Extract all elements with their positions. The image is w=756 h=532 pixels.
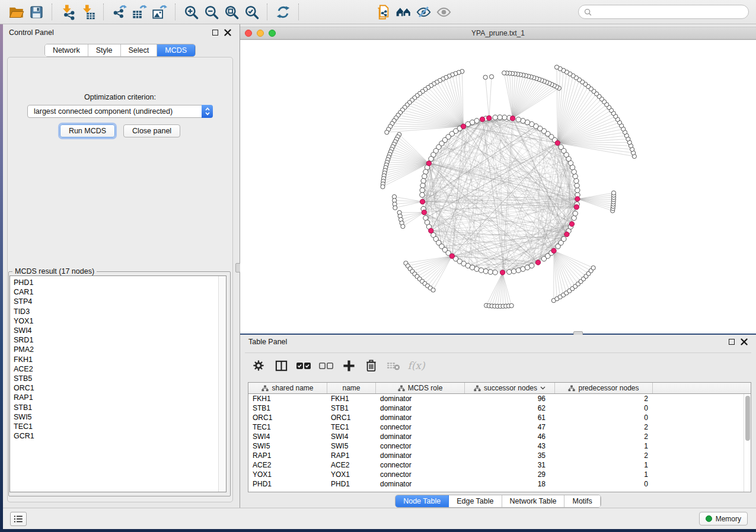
table-row[interactable]: TEC1 TEC1 connector 47 2 xyxy=(248,422,751,432)
cell-shared-name: ORC1 xyxy=(248,414,327,422)
column-header[interactable]: successor nodes xyxy=(465,383,555,393)
table-panel-header: Table Panel xyxy=(240,335,756,349)
table-row[interactable]: SWI5 SWI5 connector 43 1 xyxy=(248,441,751,451)
network-window-titlebar[interactable]: YPA_prune.txt_1 xyxy=(240,27,756,40)
table-row[interactable]: FKH1 FKH1 dominator 96 2 xyxy=(248,394,751,403)
float-table-panel-icon[interactable] xyxy=(729,339,735,345)
mcds-result-item[interactable]: FKH1 xyxy=(10,355,226,364)
search-input[interactable] xyxy=(592,8,744,16)
table-row[interactable]: ACE2 ACE2 connector 31 1 xyxy=(248,460,751,470)
network-graph xyxy=(240,40,756,334)
task-history-button[interactable] xyxy=(10,512,27,526)
status-bar: Memory xyxy=(3,508,756,529)
clone-network-icon[interactable] xyxy=(374,3,392,21)
criterion-dropdown[interactable]: largest connected component (undirected) xyxy=(27,105,213,118)
cell-name: ACE2 xyxy=(327,461,376,469)
delete-column-trash-icon[interactable] xyxy=(362,357,380,374)
cell-predecessor-nodes: 1 xyxy=(555,442,653,450)
table-tab[interactable]: Edge Table xyxy=(449,495,502,507)
mcds-result-item[interactable]: PHD1 xyxy=(10,278,226,287)
control-panel-tab[interactable]: Style xyxy=(88,44,121,56)
table-row[interactable]: RAP1 RAP1 dominator 35 2 xyxy=(248,451,751,460)
zoom-in-icon[interactable] xyxy=(182,3,200,21)
table-tab[interactable]: Network Table xyxy=(502,495,565,507)
control-panel-tab[interactable]: MCDS xyxy=(157,44,195,56)
save-session-icon[interactable] xyxy=(27,3,45,21)
mcds-result-item[interactable]: TID3 xyxy=(10,307,226,316)
mcds-result-item[interactable]: ACE2 xyxy=(10,364,226,374)
table-tab[interactable]: Node Table xyxy=(395,495,449,507)
mcds-result-item[interactable]: YOX1 xyxy=(10,316,226,326)
apply-layout-icon[interactable] xyxy=(274,3,292,21)
show-all-eye-icon[interactable] xyxy=(435,3,452,21)
split-view-icon[interactable] xyxy=(272,357,290,374)
mcds-result-item[interactable]: STB5 xyxy=(10,374,226,383)
network-window-title: YPA_prune.txt_1 xyxy=(240,29,756,37)
close-panel-button[interactable]: Close panel xyxy=(123,124,180,137)
mcds-result-item[interactable]: GCR1 xyxy=(10,431,226,441)
column-header[interactable]: MCDS role xyxy=(376,383,465,393)
export-image-icon[interactable] xyxy=(151,3,168,21)
search-icon xyxy=(583,8,592,17)
table-row[interactable]: YOX1 YOX1 connector 29 1 xyxy=(248,470,751,479)
deselect-all-icon[interactable] xyxy=(317,357,335,374)
cell-successor-nodes: 18 xyxy=(465,480,555,488)
mcds-result-item[interactable]: CAR1 xyxy=(10,287,226,297)
network-canvas[interactable] xyxy=(240,40,756,334)
column-header[interactable]: name xyxy=(327,383,376,393)
mcds-list-scrollbar[interactable] xyxy=(218,276,226,492)
import-network-icon[interactable] xyxy=(59,3,76,21)
export-network-icon[interactable] xyxy=(110,3,128,21)
export-table-icon[interactable] xyxy=(130,3,148,21)
table-row[interactable]: ORC1 ORC1 dominator 61 0 xyxy=(248,413,751,422)
table-row[interactable]: SWI4 SWI4 dominator 46 2 xyxy=(248,432,751,441)
cell-successor-nodes: 62 xyxy=(465,404,555,412)
cell-name: YOX1 xyxy=(327,470,376,479)
cell-successor-nodes: 43 xyxy=(465,442,555,450)
table-header-row: shared name name xyxy=(248,383,751,394)
run-mcds-button[interactable]: Run MCDS xyxy=(60,124,115,137)
mcds-result-item[interactable]: STB1 xyxy=(10,403,226,412)
mcds-result-item[interactable]: SRD1 xyxy=(10,335,226,345)
houses-icon[interactable] xyxy=(394,3,412,21)
table-scrollbar-thumb[interactable] xyxy=(745,396,750,441)
open-session-icon[interactable] xyxy=(7,3,25,21)
table-scrollbar[interactable] xyxy=(744,394,751,492)
zoom-selected-icon[interactable] xyxy=(243,3,260,21)
table-row[interactable]: STB1 STB1 dominator 62 0 xyxy=(248,403,751,413)
select-all-icon[interactable] xyxy=(295,357,312,374)
import-table-icon[interactable] xyxy=(79,3,97,21)
mcds-result-item[interactable]: STP4 xyxy=(10,297,226,306)
mcds-result-list: PHD1CAR1STP4TID3YOX1SWI4SRD1PMA2FKH1ACE2… xyxy=(9,275,227,492)
close-table-panel-icon[interactable] xyxy=(741,338,748,345)
cell-name: PHD1 xyxy=(327,480,376,488)
control-panel-tab[interactable]: Network xyxy=(45,44,88,56)
mcds-result-item[interactable]: RAP1 xyxy=(10,393,226,402)
control-panel-tabs: NetworkStyleSelectMCDS xyxy=(44,44,196,57)
mcds-result-item[interactable]: PMA2 xyxy=(10,345,226,354)
shared-column-icon xyxy=(568,385,575,392)
control-panel-tab[interactable]: Select xyxy=(121,44,158,56)
float-panel-icon[interactable] xyxy=(212,30,218,36)
mcds-result-item[interactable]: ORC1 xyxy=(10,383,226,393)
close-panel-icon[interactable] xyxy=(224,29,231,36)
zoom-fit-icon[interactable] xyxy=(222,3,240,21)
column-header[interactable]: predecessor nodes xyxy=(555,383,653,393)
add-column-icon[interactable] xyxy=(340,357,358,374)
cell-successor-nodes: 46 xyxy=(465,432,555,441)
memory-button[interactable]: Memory xyxy=(699,512,748,525)
table-row[interactable]: PHD1 PHD1 dominator 18 0 xyxy=(248,479,751,489)
gear-icon[interactable] xyxy=(250,357,267,374)
cell-shared-name: ACE2 xyxy=(248,461,327,469)
mcds-result-item[interactable]: TEC1 xyxy=(10,422,226,431)
mcds-result-item[interactable]: SWI5 xyxy=(10,412,226,422)
column-header-label: MCDS role xyxy=(408,384,443,392)
cell-name: STB1 xyxy=(327,404,376,412)
mcds-result-item[interactable]: SWI4 xyxy=(10,326,226,335)
column-header[interactable]: shared name xyxy=(248,383,327,393)
hide-selected-eye-icon[interactable] xyxy=(414,3,432,21)
network-window: YPA_prune.txt_1 xyxy=(240,24,756,334)
zoom-out-icon[interactable] xyxy=(202,3,220,21)
cell-successor-nodes: 29 xyxy=(465,470,555,479)
table-tab[interactable]: Motifs xyxy=(564,495,600,507)
